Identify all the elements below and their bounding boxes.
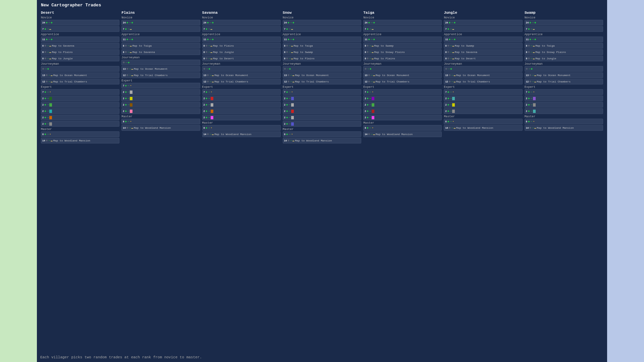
biome-col-snow: Snow Novice 24 ◆ → ◆ 7 ◆ → ▬ Apprentice … xyxy=(283,10,361,144)
trade-row: ⊙ → ◆ xyxy=(363,66,442,72)
rank-expert-desert: Expert xyxy=(41,85,119,89)
biome-col-swamp: Swamp Novice 24 ◆ → ◆ 7 ◆ → ▬ Apprentice… xyxy=(525,10,603,144)
trade-row: 2 ◆ → xyxy=(283,121,361,127)
trade-map-row: 13 ⊙ → ▬ Map to Ocean Monument xyxy=(41,72,119,78)
biome-header-snow: Snow xyxy=(283,10,361,16)
trade-row: 8 ◆ → ▪ xyxy=(363,125,442,131)
rank-novice-desert: Novice xyxy=(41,16,119,20)
trade-row: 8 ◆ → ▪ xyxy=(202,125,281,131)
right-panel xyxy=(607,0,644,362)
trade-map-row: 14 ⊙ → ▬ Map to Woodland Mansion xyxy=(363,131,442,137)
trade-row: 11 ◆ → ◆ xyxy=(525,37,603,42)
trade-map-row: 8 ⊙ → ▬ Map to Jungle xyxy=(41,56,119,61)
trade-row: 11 ◆ → ◆ xyxy=(41,37,119,42)
trade-row: 2 ◆ → xyxy=(525,102,603,108)
trade-row: 2 ◆ → xyxy=(121,96,200,101)
trade-row: 7 ◆ → ▬ xyxy=(41,26,119,32)
trade-row: 2 ◆ → xyxy=(202,108,281,114)
trade-map-row: 14 ⊙ → ▬ Map to Woodland Mansion xyxy=(283,138,361,143)
trade-map-row: 12 ⊙ → ▬ Map to Trial Chambers xyxy=(444,79,522,84)
rank-apprentice-desert: Apprentice xyxy=(41,33,119,37)
trade-row: 2 ◆ → xyxy=(363,115,442,120)
trade-row: 2 ◆ → xyxy=(363,96,442,101)
trade-map-row: 13 ⊙ → ▬ Map to Ocean Monument xyxy=(363,72,442,78)
trade-row: 11 ◆ → ◆ xyxy=(363,37,442,42)
trade-row: 2 ◆ → xyxy=(202,102,281,108)
trade-row: 2 ◆ → xyxy=(444,96,522,101)
trades-grid: Desert Novice 24 ◆ → ◆ 7 ◆ → ▬ Apprentic… xyxy=(41,10,603,144)
trade-map-row: 12 ⊙ → ▬ Map to Trial Chambers xyxy=(202,79,281,84)
left-panel xyxy=(0,0,37,362)
trade-row: 7 ◆ → ▬ xyxy=(363,26,442,32)
trade-map-row: 8 ⊙ → ▬ Map to Snowy Plains xyxy=(363,49,442,55)
trade-map-row: 13 ⊙ → ▬ Map to Ocean Monument xyxy=(283,72,361,78)
trade-row: 2 ◆ → xyxy=(41,102,119,108)
trade-row: 24 ◆ → ◆ xyxy=(363,20,442,25)
trade-row: 2 ◆ → xyxy=(121,108,200,114)
trade-row: 7 ◆ → ▪ xyxy=(121,83,200,88)
trade-row: 11 ◆ → ◆ xyxy=(283,37,361,42)
biome-header-jungle: Jungle xyxy=(444,10,522,16)
trade-map-row: 8 ⊙ → ▬ Map to Jungle xyxy=(525,56,603,61)
trade-map-row: 8 ⊙ → ▬ Map to Swamp xyxy=(283,49,361,55)
trade-map-row: 8 ⊙ → ▬ Map to Swamp xyxy=(444,43,522,49)
trade-row: 2 ◆ → xyxy=(444,102,522,108)
trade-row: 2 ◆ → xyxy=(283,115,361,120)
biome-header-savanna: Savanna xyxy=(202,10,281,16)
biome-header-desert: Desert xyxy=(41,10,119,16)
trade-row: 7 ◆ → ▬ xyxy=(444,26,522,32)
trade-row: 7 ◆ → ▬ xyxy=(202,26,281,32)
trade-row: 2 ◆ → xyxy=(41,121,119,127)
trade-row: ⊙ → ◆ xyxy=(121,60,200,65)
trade-map-row: 8 ⊙ → ▬ Map to Plains xyxy=(283,56,361,61)
trade-map-row: 8 ⊙ → ▬ Map to Plains xyxy=(41,49,119,55)
trade-map-row: 8 ⊙ → ▬ Map to Snowy Plains xyxy=(525,49,603,55)
trade-row: 7 ◆ → ▪ xyxy=(525,89,603,95)
trade-map-row: 8 ⊙ → ▬ Map to Desert xyxy=(202,56,281,61)
trade-map-row: 8 ⊙ → ▬ Map to Taiga xyxy=(525,43,603,49)
trade-row: 7 ◆ → ▪ xyxy=(202,89,281,95)
trade-row: 24 ◆ → ◆ xyxy=(283,20,361,25)
trade-map-row: 12 ⊙ → ▬ Map to Trial Chambers xyxy=(525,79,603,84)
trade-map-row: 12 ⊙ → ▬ Map to Trial Chambers xyxy=(41,79,119,84)
trade-row: 7 ◆ → ▪ xyxy=(444,89,522,95)
trade-row: 8 ◆ → ▪ xyxy=(525,119,603,124)
trade-map-row: 8 ⊙ → ▬ Map to Taiga xyxy=(283,43,361,49)
trade-row: 7 ◆ → ▪ xyxy=(283,89,361,95)
trade-row: 2 ◆ → xyxy=(202,115,281,120)
trade-row: 7 ◆ → ▬ xyxy=(121,26,200,32)
trade-map-row: 8 ⊙ → ▬ Map to Swamp xyxy=(363,43,442,49)
trade-row: 2 ◆ → xyxy=(283,102,361,108)
trade-row: 2 ◆ → xyxy=(283,108,361,114)
trade-row: 24 ◆ → ◆ xyxy=(41,20,119,25)
biome-col-jungle: Jungle Novice 24 ◆ → ◆ 7 ◆ → ▬ Apprentic… xyxy=(444,10,522,144)
trade-row: ⊙ → ◆ xyxy=(444,66,522,72)
trade-map-row: 14 ⊙ → ▬ Map to Woodland Mansion xyxy=(41,138,119,143)
trade-row: 2 ◆ → xyxy=(363,102,442,108)
trade-row: 7 ◆ → ▬ xyxy=(283,26,361,32)
trade-row: 11 ◆ → ◆ xyxy=(121,37,200,42)
trade-row: 2 ◆ → xyxy=(41,115,119,120)
trade-map-row: 12 ⊙ → ▬ Map to Trial Chambers xyxy=(121,72,200,78)
trade-row: 2 ◆ → xyxy=(41,96,119,101)
trade-map-row: 13 ⊙ → ▬ Map to Ocean Monument xyxy=(202,72,281,78)
trade-row: 2 ◆ → xyxy=(202,96,281,101)
biome-header-swamp: Swamp xyxy=(525,10,603,16)
trade-row: 2 ◆ → xyxy=(444,108,522,114)
trade-row: 7 ◆ → ▪ xyxy=(363,89,442,95)
trade-map-row: 12 ⊙ → ▬ Map to Trial Chambers xyxy=(283,79,361,84)
trade-map-row: 8 ⊙ → ▬ Map to Plains xyxy=(202,43,281,49)
bottom-note: Each villager picks two random trades at… xyxy=(40,355,202,359)
trade-row: 11 ◆ → ◆ xyxy=(202,37,281,42)
trade-row: 24 ◆ → ◆ xyxy=(444,20,522,25)
trade-map-row: 14 ⊙ → ▬ Map to Woodland Mansion xyxy=(121,125,200,131)
trade-map-row: 13 ⊙ → ▬ Map to Ocean Monument xyxy=(121,66,200,72)
trade-row: 2 ◆ → xyxy=(121,102,200,108)
trade-map-row: 8 ⊙ → ▬ Map to Savanna xyxy=(121,49,200,55)
trade-row: 8 ◆ → ▪ xyxy=(283,131,361,137)
biome-col-taiga: Taiga Novice 24 ◆ → ◆ 7 ◆ → ▬ Apprentice… xyxy=(363,10,442,144)
biome-col-savanna: Savanna Novice 24 ◆ → ◆ 7 ◆ → ▬ Apprenti… xyxy=(202,10,281,144)
trade-map-row: 14 ⊙ → ▬ Map to Woodland Mansion xyxy=(525,125,603,131)
trade-row: 2 ◆ → xyxy=(41,108,119,114)
rank-journeyman-desert: Journeyman xyxy=(41,62,119,66)
